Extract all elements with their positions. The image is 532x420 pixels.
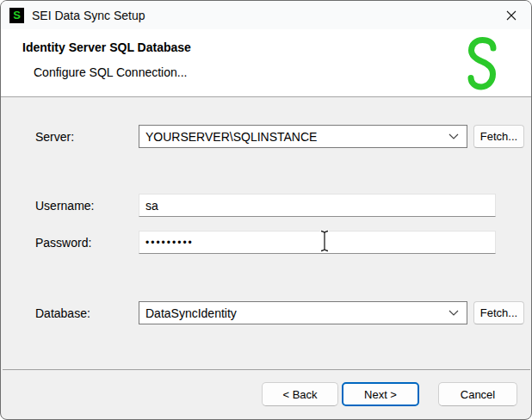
cancel-button[interactable]: Cancel — [438, 382, 517, 406]
database-fetch-button[interactable]: Fetch... — [473, 301, 524, 324]
server-value: YOURSERVER\SQLINSTANCE — [139, 130, 448, 144]
chevron-down-icon — [448, 133, 459, 139]
footer-divider — [3, 369, 530, 370]
title-bar: S SEI Data Sync Setup — [1, 1, 531, 29]
close-button[interactable] — [492, 1, 531, 29]
username-input[interactable] — [139, 194, 496, 217]
database-value: DataSyncIdentity — [139, 306, 448, 320]
window-title: SEI Data Sync Setup — [32, 9, 145, 22]
close-icon — [505, 9, 517, 22]
username-label: Username: — [35, 199, 94, 213]
server-fetch-button[interactable]: Fetch... — [473, 125, 524, 148]
password-input[interactable] — [139, 231, 496, 254]
database-combobox[interactable]: DataSyncIdentity — [139, 301, 467, 324]
server-combobox[interactable]: YOURSERVER\SQLINSTANCE — [139, 125, 467, 148]
page-title: Identity Server SQL Database — [22, 40, 191, 54]
page-subtitle: Configure SQL Connection... — [34, 65, 187, 79]
database-label: Database: — [35, 306, 90, 320]
chevron-down-icon — [448, 310, 459, 316]
password-label: Password: — [35, 236, 91, 250]
s-logo-icon: S — [9, 8, 24, 23]
brand-s-logo-icon — [467, 37, 498, 90]
wizard-header: Identity Server SQL Database Configure S… — [1, 29, 531, 97]
back-button[interactable]: < Back — [262, 382, 338, 406]
next-button[interactable]: Next > — [342, 382, 419, 406]
setup-wizard-window: S SEI Data Sync Setup Identity Server SQ… — [0, 0, 532, 420]
server-label: Server: — [35, 130, 74, 144]
